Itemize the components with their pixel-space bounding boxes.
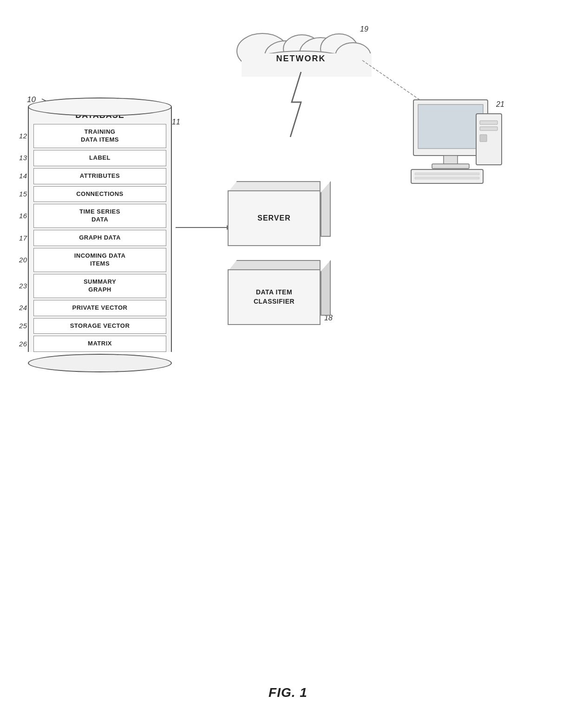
- db-row-training: 12 TRAININGDATA ITEMS: [33, 124, 166, 148]
- classifier-label: DATA ITEMCLASSIFIER: [254, 288, 295, 306]
- svg-rect-14: [480, 121, 497, 124]
- database-cylinder: DATABASE 12 TRAININGDATA ITEMS 13 LABEL …: [28, 98, 172, 372]
- row-num-20: 20: [19, 255, 27, 265]
- db-row-storagevector: 25 STORAGE VECTOR: [33, 318, 166, 334]
- svg-point-0: [237, 33, 288, 69]
- server-front: SERVER: [228, 190, 321, 246]
- svg-point-2: [283, 35, 321, 63]
- svg-point-1: [265, 41, 307, 71]
- db-row-matrix: 26 MATRIX: [33, 336, 166, 352]
- row-num-26: 26: [19, 339, 27, 349]
- db-row-privatevector: 24 PRIVATE VECTOR: [33, 300, 166, 316]
- db-row-incoming: 20 INCOMING DATAITEMS: [33, 248, 166, 272]
- db-row-timeseries: 16 TIME SERIESDATA: [33, 204, 166, 228]
- classifier-right: [321, 260, 331, 316]
- svg-rect-12: [432, 164, 469, 169]
- db-row-summarygraph: 23 SUMMARYGRAPH: [33, 274, 166, 298]
- fig-caption: FIG. 1: [268, 685, 308, 700]
- computer: [411, 100, 502, 183]
- svg-rect-7: [242, 53, 372, 77]
- row-num-12: 12: [19, 131, 27, 141]
- cylinder-body: DATABASE 12 TRAININGDATA ITEMS 13 LABEL …: [28, 107, 172, 352]
- svg-rect-19: [415, 177, 479, 179]
- row-num-14: 14: [19, 171, 27, 181]
- row-num-24: 24: [19, 303, 27, 312]
- row-num-25: 25: [19, 321, 27, 331]
- row-num-23: 23: [19, 281, 27, 291]
- svg-rect-11: [444, 156, 458, 165]
- svg-rect-16: [480, 135, 487, 142]
- server-right: [321, 181, 331, 237]
- db-row-label: 13 LABEL: [33, 150, 166, 166]
- lightning-bolt: [290, 72, 301, 137]
- db-rows: 12 TRAININGDATA ITEMS 13 LABEL 14 ATTRIB…: [29, 124, 171, 352]
- db-row-connections: 15 CONNECTIONS: [33, 186, 166, 202]
- diagram-container: NETWORK 19 21: [0, 0, 576, 728]
- row-num-16: 16: [19, 212, 27, 221]
- label-19: 19: [360, 25, 368, 33]
- row-num-13: 13: [19, 153, 27, 162]
- svg-rect-9: [413, 100, 488, 156]
- cylinder-bottom: [28, 354, 172, 372]
- svg-point-4: [321, 34, 358, 64]
- svg-rect-17: [411, 169, 483, 183]
- db-row-attributes: 14 ATTRIBUTES: [33, 168, 166, 184]
- svg-point-6: [251, 51, 353, 74]
- svg-point-5: [335, 43, 371, 69]
- network-cloud: [237, 33, 372, 77]
- row-num-15: 15: [19, 189, 27, 199]
- svg-rect-15: [480, 127, 497, 130]
- row-num-17: 17: [19, 234, 27, 243]
- server-label: SERVER: [257, 214, 291, 222]
- db-row-graphdata: 17 GRAPH DATA: [33, 230, 166, 246]
- svg-point-3: [300, 38, 341, 69]
- classifier-front: DATA ITEMCLASSIFIER: [228, 269, 321, 325]
- network-label: NETWORK: [276, 54, 326, 63]
- svg-rect-10: [418, 104, 483, 149]
- label-21: 21: [496, 100, 504, 108]
- cylinder-top: [28, 98, 172, 116]
- svg-rect-13: [476, 114, 502, 165]
- svg-rect-18: [415, 173, 479, 175]
- network-to-computer-line: [362, 60, 437, 111]
- label-11: 11: [172, 118, 180, 126]
